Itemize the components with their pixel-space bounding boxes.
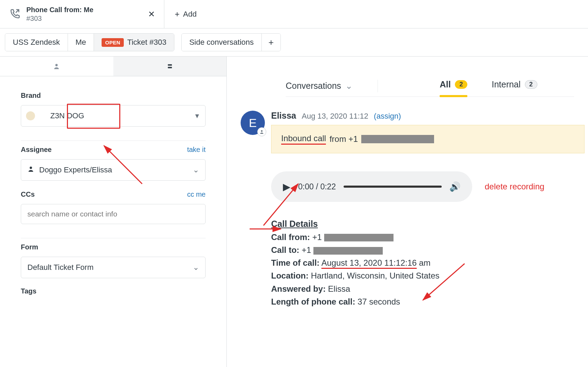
brand-label: Brand [21, 92, 41, 100]
message-header: Elissa Aug 13, 2020 11:12 (assign) [271, 111, 585, 121]
sidebar-tab-requester[interactable] [0, 57, 113, 76]
volume-icon[interactable]: 🔊 [449, 181, 460, 192]
assignee-field-group: Assignee take it Doggo Experts/Elissa ⌄ … [21, 141, 206, 238]
ticket-tab[interactable]: Phone Call from: Me #303 ✕ [0, 0, 164, 28]
author-name: Elissa [271, 111, 296, 121]
audio-time: 0:00 / 0:22 [298, 182, 336, 191]
redacted-from-number [324, 234, 394, 241]
time-of-call: August 13, 2020 11:12:16 [321, 258, 417, 269]
chevron-down-icon: ⌄ [193, 263, 199, 272]
note-from: from +1 [329, 134, 358, 144]
svg-point-4 [261, 130, 263, 132]
chevron-down-icon: ⌄ [345, 81, 353, 91]
add-side-conversation-button[interactable]: + [262, 34, 280, 51]
message-block: E Elissa Aug 13, 2020 11:12 (assign) Inb… [241, 111, 588, 308]
svg-rect-1 [168, 64, 172, 66]
author-avatar: E [241, 111, 265, 135]
breadcrumb-ticket[interactable]: OPEN Ticket #303 [94, 34, 174, 51]
assign-link[interactable]: (assign) [374, 112, 401, 121]
tab-subtitle: #303 [26, 15, 140, 23]
add-label: Add [183, 10, 197, 19]
redacted-to-number [313, 247, 383, 255]
assignee-value: Doggo Experts/Elissa [39, 165, 112, 174]
divider [378, 80, 378, 92]
call-details: Call Details Call from: +1 Call to: +1 T… [271, 217, 585, 308]
take-it-link[interactable]: take it [187, 146, 206, 154]
form-field-group: Form Default Ticket Form ⌄ Tags [21, 238, 206, 299]
plus-icon: + [175, 9, 180, 19]
breadcrumb-group: USS Zendesk Me OPEN Ticket #303 [5, 33, 174, 51]
breadcrumb-ticket-label: Ticket #303 [127, 38, 166, 47]
status-badge: OPEN [102, 38, 124, 47]
call-location: Hartland, Wisconsin, United States [311, 271, 440, 280]
chevron-down-icon: ▾ [195, 111, 199, 120]
top-tab-bar: Phone Call from: Me #303 ✕ + Add [0, 0, 588, 28]
person-icon [27, 165, 34, 174]
ccs-input[interactable] [21, 204, 206, 224]
tab-title: Phone Call from: Me [26, 6, 140, 14]
tags-label: Tags [21, 287, 36, 295]
svg-point-3 [30, 167, 32, 169]
tab-internal-count: 2 [525, 80, 537, 89]
brand-select[interactable]: Z3N DOG ▾ [21, 105, 206, 127]
breadcrumb-row: USS Zendesk Me OPEN Ticket #303 Side con… [0, 28, 588, 57]
svg-point-0 [55, 64, 58, 66]
audio-track[interactable] [344, 186, 442, 188]
breadcrumb-org[interactable]: USS Zendesk [5, 34, 68, 51]
ccs-label: CCs [21, 190, 35, 198]
side-conversations-button[interactable]: Side conversations [182, 34, 262, 51]
close-tab-button[interactable]: ✕ [146, 7, 157, 21]
call-length: 37 seconds [357, 297, 400, 306]
form-select[interactable]: Default Ticket Form ⌄ [21, 257, 206, 278]
brand-field-group: Brand Z3N DOG ▾ [21, 87, 206, 141]
delete-recording-link[interactable]: delete recording [485, 182, 544, 191]
assignee-select[interactable]: Doggo Experts/Elissa ⌄ [21, 159, 206, 181]
play-icon[interactable]: ▶ [283, 181, 291, 193]
sidebar-tabs [0, 57, 226, 76]
form-label: Form [21, 243, 38, 251]
redacted-phone-number [361, 135, 434, 143]
conversation-pane: Conversations ⌄ All 2 Internal 2 E [227, 57, 588, 367]
phone-incoming-icon [10, 8, 20, 20]
call-details-header: Call Details [271, 217, 585, 231]
internal-note: Inbound call from +1 [271, 125, 585, 153]
form-value: Default Ticket Form [27, 263, 94, 272]
audio-player[interactable]: ▶ 0:00 / 0:22 🔊 [271, 171, 472, 202]
tab-all[interactable]: All 2 [440, 79, 467, 92]
note-prefix: Inbound call [281, 134, 326, 145]
conversations-dropdown[interactable]: Conversations ⌄ [286, 81, 353, 91]
assignee-label: Assignee [21, 146, 52, 154]
side-conversations-group: Side conversations + [181, 33, 281, 51]
brand-value: Z3N DOG [50, 111, 84, 120]
add-tab-button[interactable]: + Add [164, 0, 207, 28]
brand-avatar-icon [26, 111, 35, 120]
sidebar-tab-forms[interactable] [113, 57, 227, 76]
ticket-sidebar: Brand Z3N DOG ▾ Assignee take it [0, 57, 227, 367]
tab-all-count: 2 [455, 80, 467, 89]
user-role-icon [257, 127, 266, 136]
message-date: Aug 13, 2020 11:12 [302, 112, 368, 121]
breadcrumb-user[interactable]: Me [68, 34, 94, 51]
chevron-down-icon: ⌄ [193, 165, 199, 174]
svg-rect-2 [168, 67, 172, 68]
tab-internal[interactable]: Internal 2 [492, 79, 537, 92]
conversation-tabs-row: Conversations ⌄ All 2 Internal 2 [286, 57, 574, 97]
cc-me-link[interactable]: cc me [187, 190, 206, 198]
answered-by: Elissa [328, 284, 350, 293]
